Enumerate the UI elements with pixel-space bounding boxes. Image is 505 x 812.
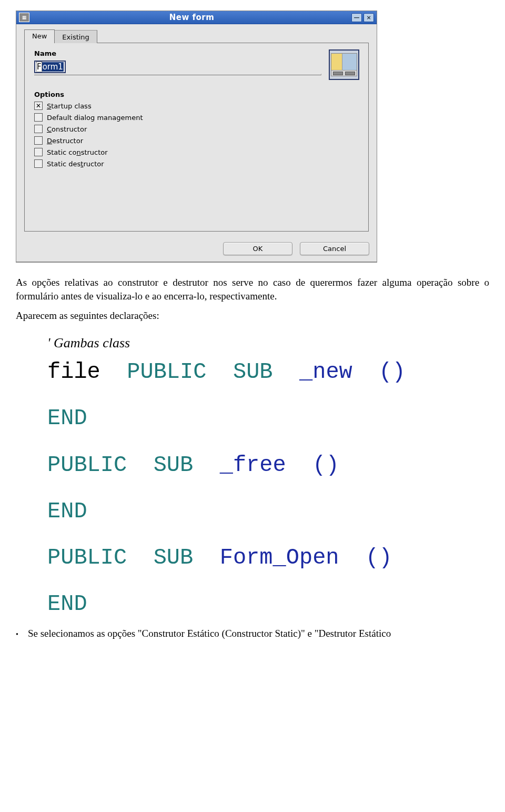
bullet-1: • Se selecionamos as opções "Construtor … bbox=[16, 628, 489, 639]
name-input[interactable]: Form1 bbox=[34, 61, 66, 73]
code-line-1: file PUBLIC SUB _new () bbox=[47, 359, 489, 385]
tabs: New Existing bbox=[24, 29, 369, 43]
code-line-end2: END bbox=[47, 499, 489, 524]
option-default-dialog: Default dialog management bbox=[34, 113, 359, 122]
form-type-icon-button[interactable] bbox=[329, 49, 359, 80]
dialog-titlebar[interactable]: ▦ New form — × bbox=[16, 11, 377, 24]
checkbox-static-destructor[interactable] bbox=[34, 159, 43, 168]
checkbox-static-constructor[interactable] bbox=[34, 148, 43, 156]
dialog-window: ▦ New form — × New Existing Name Form1 bbox=[16, 11, 377, 263]
dialog-app-icon: ▦ bbox=[19, 13, 29, 22]
name-label: Name bbox=[34, 49, 321, 57]
tab-new[interactable]: New bbox=[24, 29, 55, 43]
form-icon bbox=[331, 53, 357, 76]
dialog-title: New form bbox=[34, 13, 350, 22]
checkbox-startup-class[interactable] bbox=[34, 102, 43, 110]
name-input-underline bbox=[34, 74, 321, 75]
options-list: Startup class Default dialog management … bbox=[34, 102, 359, 168]
option-startup-class: Startup class bbox=[34, 102, 359, 110]
option-static-destructor: Static destructor bbox=[34, 159, 359, 168]
close-button[interactable]: × bbox=[363, 13, 374, 22]
paragraph-2: Aparecem as seguintes declarações: bbox=[16, 309, 489, 323]
code-line-end3: END bbox=[47, 592, 489, 617]
minimize-button[interactable]: — bbox=[351, 13, 362, 22]
option-constructor: Constructor bbox=[34, 125, 359, 133]
checkbox-default-dialog[interactable] bbox=[34, 113, 43, 122]
tab-pane-new: Name Form1 Opt bbox=[24, 43, 369, 232]
code-line-end1: END bbox=[47, 406, 489, 431]
dialog-button-row: OK Cancel bbox=[16, 237, 377, 262]
code-line-2: PUBLIC SUB _free () bbox=[47, 453, 489, 478]
paragraph-1: As opções relativas ao construtor e dest… bbox=[16, 276, 489, 303]
option-destructor: Destructor bbox=[34, 136, 359, 145]
tab-existing[interactable]: Existing bbox=[55, 30, 97, 43]
option-static-constructor: Static constructor bbox=[34, 148, 359, 156]
ok-button[interactable]: OK bbox=[223, 242, 292, 255]
checkbox-destructor[interactable] bbox=[34, 136, 43, 145]
options-label: Options bbox=[34, 91, 359, 98]
bullet-dot-icon: • bbox=[16, 630, 18, 639]
checkbox-constructor[interactable] bbox=[34, 125, 43, 133]
cancel-button[interactable]: Cancel bbox=[300, 242, 369, 255]
code-line-3: PUBLIC SUB Form_Open () bbox=[47, 545, 489, 570]
code-comment: ' Gambas class bbox=[47, 335, 489, 351]
